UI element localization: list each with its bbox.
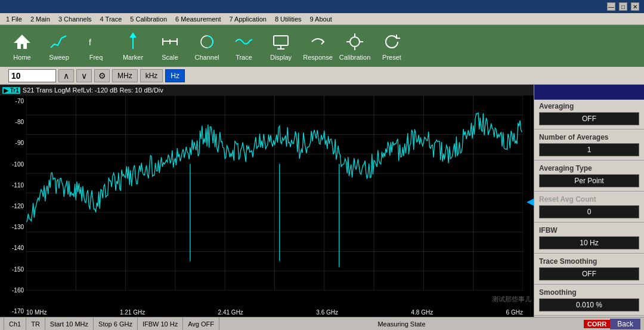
status-item: Start 10 MHz <box>45 317 94 330</box>
window-controls: — □ ✕ <box>607 2 639 11</box>
trace-label: Trace <box>236 54 252 61</box>
x-label: 3.6 GHz <box>316 309 338 316</box>
toolbar-btn-display[interactable]: Display <box>264 28 298 64</box>
menu-item-8utilities[interactable]: 8 Utilities <box>271 14 305 24</box>
panel-label-trace_smoothing: Trace Smoothing <box>539 257 639 266</box>
svg-text:f: f <box>89 38 91 47</box>
panel-section-number_of_averages: Number of Averages1 <box>534 131 644 159</box>
panel-section-smoothing: Smoothing0.010 % <box>534 286 644 314</box>
y-label: -170 <box>1 308 25 314</box>
menu-item-5calibration[interactable]: 5 Calibration <box>126 14 171 24</box>
panel-section-averaging: AveragingOFF <box>534 100 644 128</box>
toolbar: HomeSweepfFreqMarkerScaleChannelTraceDis… <box>0 25 644 67</box>
panel-section-reset_avg_count: Reset Avg Count0 <box>534 193 644 221</box>
toolbar-btn-channel[interactable]: Channel <box>190 28 224 64</box>
toolbar-btn-marker[interactable]: Marker <box>116 28 150 64</box>
panel-label-reset_avg_count: Reset Avg Count <box>539 195 639 203</box>
menu-item-4trace[interactable]: 4 Trace <box>97 14 126 24</box>
toolbar-btn-trace[interactable]: Trace <box>227 28 261 64</box>
status-item: IFBW 10 Hz <box>138 317 183 330</box>
status-item: Stop 6 GHz <box>94 317 138 330</box>
chart-title: S21 Trans LogM RefLvl: -120 dB Res: 10 d… <box>23 87 163 94</box>
svg-rect-9 <box>274 36 288 45</box>
panel-label-number_of_averages: Number of Averages <box>539 133 639 141</box>
toolbar-btn-home[interactable]: Home <box>5 28 39 64</box>
response-label: Response <box>303 54 333 61</box>
maximize-button[interactable]: □ <box>619 2 627 11</box>
menu-item-7application[interactable]: 7 Application <box>225 14 270 24</box>
toolbar-btn-freq[interactable]: fFreq <box>79 28 113 64</box>
watermark: 测试那些事儿 <box>492 295 531 304</box>
chart-container: ▶ Tr1 S21 Trans LogM RefLvl: -120 dB Res… <box>0 85 534 317</box>
statusbar: Ch1TRStart 10 MHzStop 6 GHzIFBW 10 HzAvg… <box>0 317 644 330</box>
panel-header <box>534 85 644 100</box>
status-corr-badge: CORR <box>584 320 610 328</box>
home-icon <box>11 31 33 53</box>
panel-value-averaging[interactable]: OFF <box>539 112 639 125</box>
calibration-label: Calibration <box>339 54 371 61</box>
ifbw-up-button[interactable]: ∧ <box>58 69 74 82</box>
panel-label-ifbw: IFBW <box>539 226 639 235</box>
toolbar-btn-preset[interactable]: Preset <box>374 28 409 64</box>
panel-label-averaging: Averaging <box>539 102 639 110</box>
status-item: TR <box>26 317 45 330</box>
mhz-button[interactable]: MHz <box>112 69 138 82</box>
ifbw-settings-button[interactable]: ⚙ <box>94 69 110 82</box>
svg-point-12 <box>350 37 360 47</box>
display-label: Display <box>270 54 292 61</box>
svg-marker-3 <box>131 33 135 37</box>
toolbar-btn-response[interactable]: Response <box>301 28 335 64</box>
ifbw-input[interactable] <box>8 69 56 82</box>
main-area: ▶ Tr1 S21 Trans LogM RefLvl: -120 dB Res… <box>0 85 644 317</box>
toolbar-btn-scale[interactable]: Scale <box>153 28 187 64</box>
panel-section-ifbw: IFBW10 Hz <box>534 224 644 252</box>
marker-icon <box>122 31 144 53</box>
y-label: -90 <box>1 140 25 146</box>
menu-item-6measurement[interactable]: 6 Measurement <box>172 14 224 24</box>
sweep-icon <box>48 31 70 53</box>
panel-value-averaging_type[interactable]: Per Point <box>539 174 639 187</box>
channel-icon <box>196 31 218 53</box>
x-label: 2.41 GHz <box>218 309 243 316</box>
svg-marker-0 <box>14 35 30 49</box>
panel-label-smoothing: Smoothing <box>539 288 639 297</box>
home-label: Home <box>13 54 30 61</box>
marker-label: Marker <box>123 54 143 61</box>
panel-label-averaging_type: Averaging Type <box>539 164 639 172</box>
y-label: -80 <box>1 119 25 125</box>
panel-value-trace_smoothing[interactable]: OFF <box>539 267 639 280</box>
y-label: -120 <box>1 203 25 209</box>
ifbw-down-button[interactable]: ∨ <box>76 69 92 82</box>
channel-label: Channel <box>195 54 219 61</box>
y-label: -160 <box>1 287 25 294</box>
hz-button[interactable]: Hz <box>165 69 185 82</box>
freq-label: Freq <box>89 54 103 61</box>
ifbw-bar: ∧ ∨ ⚙ MHz kHz Hz <box>0 67 644 85</box>
menu-item-9about[interactable]: 9 About <box>306 14 336 24</box>
right-panel: AveragingOFFNumber of Averages1Averaging… <box>534 85 644 317</box>
preset-icon <box>381 31 402 53</box>
freq-icon: f <box>85 31 107 53</box>
y-label: -110 <box>1 182 25 189</box>
y-axis: -70-80-90-100-110-120-130-140-150-160-17… <box>0 95 26 317</box>
menu-item-1file[interactable]: 1 File <box>2 14 26 24</box>
minimize-button[interactable]: — <box>607 2 615 11</box>
panel-value-number_of_averages[interactable]: 1 <box>539 143 639 156</box>
panel-section-averaging_type: Averaging TypePer Point <box>534 162 644 190</box>
menu-item-2main[interactable]: 2 Main <box>27 14 54 24</box>
menu-item-3channels[interactable]: 3 Channels <box>55 14 95 24</box>
toolbar-btn-sweep[interactable]: Sweep <box>42 28 76 64</box>
status-item: Avg OFF <box>183 317 219 330</box>
panel-value-smoothing[interactable]: 0.010 % <box>539 298 639 312</box>
khz-button[interactable]: kHz <box>140 69 163 82</box>
toolbar-btn-calibration[interactable]: Calibration <box>338 28 372 64</box>
trace-icon <box>233 31 255 53</box>
panel-value-ifbw[interactable]: 10 Hz <box>539 236 639 249</box>
close-button[interactable]: ✕ <box>631 2 639 11</box>
right-arrow-marker[interactable]: ◀ <box>527 195 534 206</box>
x-label: 1.21 GHz <box>120 309 145 316</box>
y-label: -130 <box>1 224 25 230</box>
response-icon <box>307 31 329 53</box>
back-button[interactable]: Back <box>610 319 640 329</box>
panel-value-reset_avg_count[interactable]: 0 <box>539 205 639 218</box>
